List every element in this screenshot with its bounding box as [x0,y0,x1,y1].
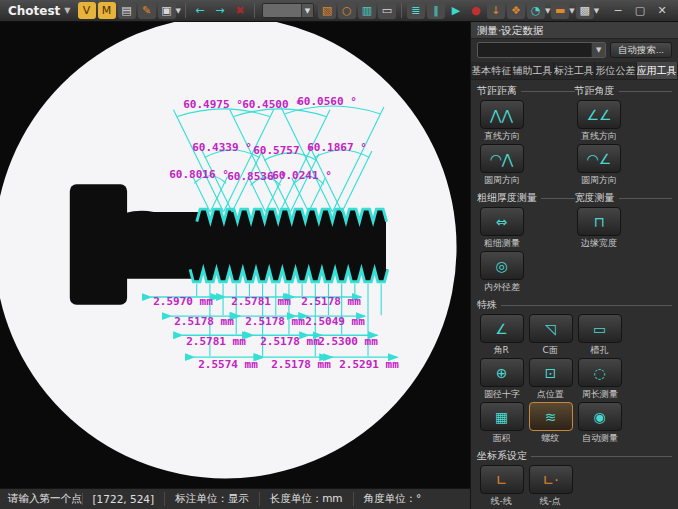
tool-thread[interactable]: ≋螺纹 [526,402,575,445]
toolbar-separator [401,3,402,18]
chamfer-c-icon[interactable]: ◹ [529,314,573,343]
print-icon[interactable]: ▣ [158,2,176,19]
barcode-icon[interactable]: ‖ [427,2,445,19]
tab-5[interactable]: 应用工具 [637,62,678,79]
toolbar-select[interactable]: ▼ [262,3,314,18]
minimize-button[interactable]: ─ [610,4,626,17]
pitch-measurement-label: 2.5781 mm [231,295,291,308]
chevron-down-icon[interactable]: ▼ [301,4,313,17]
tool-label: 周长测量 [581,388,617,400]
auto-measure-icon[interactable]: ◉ [578,402,622,431]
status-item-3: 长度单位：mm [259,492,353,506]
tool-group: 节距角度∠∠直线方向◠∠圆周方向 [575,82,673,188]
tool-pitch-angle-circular[interactable]: ◠∠圆周方向 [575,144,624,187]
point-position-icon[interactable]: ⊡ [529,358,573,387]
tool-pitch-distance-circular[interactable]: ◠⋀圆周方向 [477,144,526,187]
angle-measurement-label: 60.4975 ° [183,98,243,111]
edit-report-icon[interactable]: ✎ [138,2,156,19]
tool-corner-r[interactable]: ∠角R [477,314,526,357]
edge-width-icon[interactable]: ⊓ [577,207,621,236]
chevron-down-icon[interactable]: ▼ [176,7,181,15]
tool-chamfer-c[interactable]: ◹C面 [526,314,575,357]
camera-viewport[interactable]: 60.4975 °60.4500 °60.0560 °60.4339 °60.5… [0,22,470,488]
delete-icon[interactable]: ✖ [231,2,249,19]
tool-thickness-measure[interactable]: ⇔粗细测量 [477,207,526,250]
histogram-icon[interactable]: ▥ [358,2,376,19]
angle-measurement-label: 60.0560 ° [297,95,357,108]
chevron-down-icon[interactable]: ▼ [591,43,605,57]
list-icon[interactable]: ≣ [407,2,425,19]
tool-axis-line-point[interactable]: ∟·线-点 [526,465,575,508]
tool-area[interactable]: ▦面积 [477,402,526,445]
bolt-measurement-stage [0,22,470,488]
toolbar-icons: VM▤✎▣▼←→✖▼▧○▥▭≣‖▶●↓❖◔▼▬▼▩▼ [77,2,600,19]
chevron-down-icon[interactable]: ▼ [594,7,599,15]
tool-pitch-angle-linear[interactable]: ∠∠直线方向 [575,100,624,143]
inner-outer-diameter-icon[interactable]: ◎ [480,251,524,280]
tool-auto-measure[interactable]: ◉自动测量 [575,402,624,445]
capture-save-icon[interactable]: ↓ [487,2,505,19]
angle-measurement-label: 60.4339 ° [192,141,252,154]
status-item-1: [1722, 524] [82,493,165,505]
tool-point-position[interactable]: ⊡点位置 [526,358,575,401]
layout-icon[interactable]: ▬ [551,2,569,19]
axis-line-point-icon[interactable]: ∟· [529,465,573,494]
pitch-distance-linear-icon[interactable]: ⋀⋀ [480,100,524,129]
feature-select[interactable]: ▼ [477,42,606,58]
play-icon[interactable]: ▶ [447,2,465,19]
toolbar-separator [254,3,255,18]
pitch-angle-circular-icon[interactable]: ◠∠ [577,144,621,173]
tool-circle-cross[interactable]: ⊕圆径十字 [477,358,526,401]
open-m-folder-icon[interactable]: M [98,2,116,19]
image-search-icon[interactable]: ▧ [318,2,336,19]
tool-inner-outer-diameter[interactable]: ◎内外径差 [477,251,526,294]
tool-axis-line-line[interactable]: ∟线-线 [477,465,526,508]
group-title: 特殊 [477,298,672,312]
pitch-angle-linear-icon[interactable]: ∠∠ [577,100,621,129]
tab-3[interactable]: 标注工具 [554,62,595,79]
save-icon[interactable]: ▤ [118,2,136,19]
tool-label: 粗细测量 [483,237,519,249]
axis-line-line-icon[interactable]: ∟ [480,465,524,494]
perimeter-measure-icon[interactable]: ◌ [578,358,622,387]
group-title: 宽度测量 [575,191,673,205]
app-menu-button[interactable]: Chotest ▼ [4,1,77,21]
auto-search-button[interactable]: 自动搜索... [610,42,672,58]
pitch-measurement-label: 2.5178 mm [301,295,361,308]
chevron-down-icon[interactable]: ▼ [569,7,574,15]
tool-group: 特殊∠角R◹C面▭槽孔⊕圆径十字⊡点位置◌周长测量▦面积≋螺纹◉自动测量 [477,296,672,446]
open-v-folder-icon[interactable]: V [78,2,96,19]
timer-icon[interactable]: ◔ [527,2,545,19]
area-icon[interactable]: ▦ [480,402,524,431]
tool-label: 面积 [492,432,510,444]
window-controls: ─▢✕ [610,4,674,17]
tool-pitch-distance-linear[interactable]: ⋀⋀直线方向 [477,100,526,143]
feature-combo-bar: ▼ 自动搜索... [471,39,678,61]
group-title: 坐标系设定 [477,449,672,463]
tool-perimeter-measure[interactable]: ◌周长测量 [575,358,624,401]
monitor-icon[interactable]: ▭ [378,2,396,19]
redo-forward-icon[interactable]: → [211,2,229,19]
tool-slot-hole[interactable]: ▭槽孔 [575,314,624,357]
close-button[interactable]: ✕ [654,4,670,17]
export-image-icon[interactable]: ❖ [507,2,525,19]
camera-settings-icon[interactable]: ▩ [576,2,594,19]
chevron-down-icon[interactable]: ▼ [545,7,550,15]
angle-measurement-label: 60.4500 ° [242,98,302,111]
record-icon[interactable]: ● [467,2,485,19]
tab-4[interactable]: 形位公差 [595,62,636,79]
tab-2[interactable]: 辅助工具 [512,62,553,79]
corner-r-icon[interactable]: ∠ [480,314,524,343]
maximize-button[interactable]: ▢ [632,4,648,17]
pitch-measurement-label: 2.5300 mm [318,335,378,348]
thread-icon[interactable]: ≋ [529,402,573,431]
tab-1[interactable]: 基本特征 [471,62,512,79]
thickness-measure-icon[interactable]: ⇔ [480,207,524,236]
pitch-distance-circular-icon[interactable]: ◠⋀ [480,144,524,173]
tool-group: 宽度测量⊓边缘宽度 [575,189,673,295]
tool-edge-width[interactable]: ⊓边缘宽度 [575,207,624,250]
circle-cross-icon[interactable]: ⊕ [480,358,524,387]
magnifier-icon[interactable]: ○ [338,2,356,19]
undo-back-icon[interactable]: ← [191,2,209,19]
slot-hole-icon[interactable]: ▭ [578,314,622,343]
